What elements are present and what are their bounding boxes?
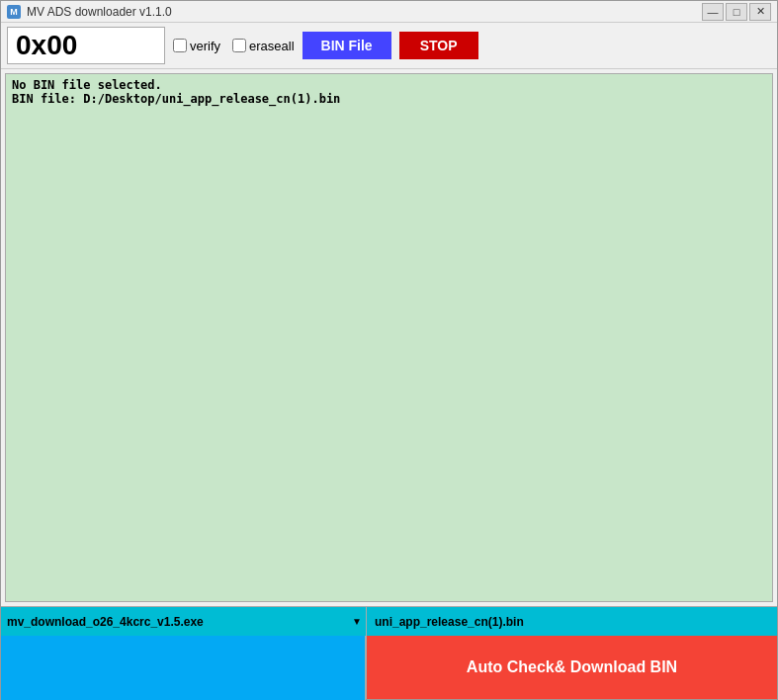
title-bar-controls: — □ ✕ — [702, 3, 771, 21]
auto-check-line2: & Download BIN — [555, 657, 677, 678]
eraseall-checkbox-item[interactable]: eraseall — [232, 39, 295, 53]
eraseall-checkbox[interactable] — [232, 39, 246, 52]
exe-select[interactable]: mv_download_o26_4kcrc_v1.5.exe — [1, 607, 366, 636]
bin-file-button[interactable]: BIN File — [303, 32, 391, 59]
verify-checkbox-item[interactable]: verify — [173, 39, 220, 53]
app-icon: M — [7, 5, 21, 19]
verify-checkbox[interactable] — [173, 39, 187, 52]
log-line-2: BIN file: D:/Desktop/uni_app_release_cn(… — [12, 92, 766, 106]
toolbar: 0x00 verify eraseall BIN File STOP — [1, 23, 777, 69]
main-window: M MV ADS downloader v1.1.0 — □ ✕ 0x00 ve… — [0, 0, 778, 700]
stop-button[interactable]: STOP — [399, 32, 478, 59]
bottom-bar: mv_download_o26_4kcrc_v1.5.exe ▼ uni_app… — [1, 606, 777, 699]
title-bar-left: M MV ADS downloader v1.1.0 — [7, 5, 172, 19]
eraseall-label: eraseall — [249, 39, 295, 53]
log-line-1: No BIN file selected. — [12, 78, 766, 92]
window-title: MV ADS downloader v1.1.0 — [27, 5, 172, 19]
verify-label: verify — [190, 39, 220, 53]
exe-select-wrapper[interactable]: mv_download_o26_4kcrc_v1.5.exe ▼ — [1, 607, 367, 636]
title-bar: M MV ADS downloader v1.1.0 — □ ✕ — [1, 1, 777, 23]
checkbox-group: verify eraseall — [173, 39, 295, 53]
auto-check-button[interactable]: Auto Check & Download BIN — [367, 636, 777, 699]
status-display: 0x00 — [7, 27, 165, 64]
left-action-col: DOWNLOAD RESET AND RUN — [1, 636, 367, 699]
log-area: No BIN file selected. BIN file: D:/Deskt… — [5, 73, 773, 602]
close-button[interactable]: ✕ — [749, 3, 771, 21]
file-row: mv_download_o26_4kcrc_v1.5.exe ▼ uni_app… — [1, 606, 777, 636]
bin-filename-display: uni_app_release_cn(1).bin — [367, 607, 777, 636]
action-row: DOWNLOAD RESET AND RUN Auto Check & Down… — [1, 636, 777, 699]
minimize-button[interactable]: — — [702, 3, 724, 21]
auto-check-line1: Auto Check — [467, 657, 555, 678]
download-button[interactable]: DOWNLOAD — [1, 636, 366, 700]
maximize-button[interactable]: □ — [726, 3, 747, 21]
